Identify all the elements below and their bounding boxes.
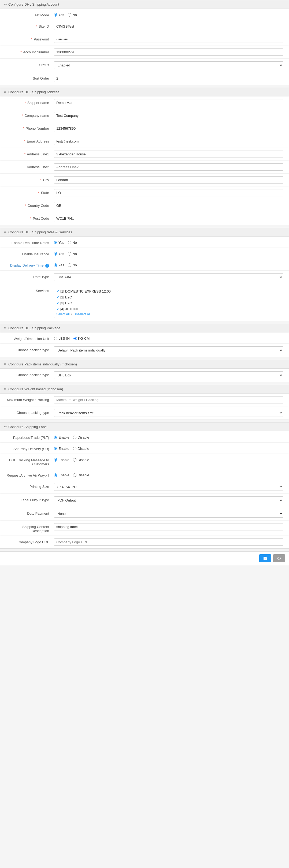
address-section-header: ✏ Configure DHL Shipping Address [0,88,289,96]
insurance-yes-option[interactable]: Yes [54,252,64,256]
plt-enable-option[interactable]: Enable [54,435,69,439]
rate-type-row: Rate Type List Rate Account Rate [0,271,289,284]
delivery-time-no-option[interactable]: No [68,263,77,267]
service-item-4[interactable]: ✓ [4] JETLINE [56,306,281,311]
unselect-all-link[interactable]: Unselect All [74,312,91,316]
sd-disable-option[interactable]: Disable [73,446,89,451]
shipper-name-label: * Shipper name [6,99,54,105]
test-mode-label: Test Mode [6,11,54,17]
shipping-content-input[interactable] [54,523,283,530]
services-divider: / [71,312,72,316]
realtime-no-radio[interactable] [68,241,71,244]
insurance-yes-radio[interactable] [54,252,57,255]
tracking-disable-radio[interactable] [73,458,77,462]
service-item-1[interactable]: ✓ [1] DOMESTIC EXPRESS 12:00 [56,288,281,294]
tracking-disable-option[interactable]: Disable [73,458,89,462]
shipping-content-label: Shipping Content Description [6,523,54,533]
test-mode-yes-radio[interactable] [54,13,57,17]
sort-order-input[interactable] [54,75,283,82]
rate-type-select[interactable]: List Rate Account Rate [54,273,283,281]
weight-lbs-radio[interactable] [54,337,57,340]
sd-enable-radio[interactable] [54,447,57,450]
tracking-row: DHL Tracking Message to Customers Enable… [0,454,289,469]
archive-disable-radio[interactable] [73,473,77,477]
plt-disable-radio[interactable] [73,436,77,439]
weight-based-packing-select[interactable]: Pack heavier items first Pack lighter it… [54,409,283,417]
output-type-select[interactable]: PDF Output EPL2 ZPL2 [54,496,283,504]
city-input[interactable] [54,176,283,184]
reset-button[interactable] [273,554,285,563]
country-input[interactable] [54,202,283,209]
edit-icon-address: ✏ [4,90,7,94]
insurance-no-option[interactable]: No [68,252,77,256]
company-logo-input[interactable] [54,538,283,546]
sd-radio-group: Enable Disable [54,445,89,451]
select-all-link[interactable]: Select All [56,312,69,316]
address2-label: Address Line2 [6,163,54,169]
weight-based-packing-label: Choose packing type [6,409,54,415]
address1-input[interactable] [54,151,283,158]
duty-payment-select[interactable]: None Sender Recipient [54,510,283,518]
weight-kg-option[interactable]: KG-CM [74,337,90,341]
phone-input[interactable] [54,125,283,132]
site-id-input[interactable] [54,23,283,30]
weight-lbs-option[interactable]: LBS-IN [54,337,70,341]
archive-enable-label: Enable [58,473,69,477]
sd-enable-label: Enable [58,446,69,451]
packing-type-row: Choose packing type Default: Pack items … [0,344,289,357]
company-name-label: * Company name [6,112,54,118]
test-mode-no-option[interactable]: No [68,13,77,17]
delivery-time-info-icon[interactable]: i [45,264,49,268]
realtime-yes-radio[interactable] [54,241,57,244]
delivery-time-label: Display Delivery Time i [6,262,54,268]
delivery-time-yes-radio[interactable] [54,264,57,267]
status-select[interactable]: Enabled Disabled [54,61,283,69]
package-section-title: Configure DHL Shipping Package [8,326,60,330]
account-number-input[interactable] [54,49,283,56]
pack-items-packing-select[interactable]: DHL Box Custom Box [54,371,283,379]
test-mode-no-radio[interactable] [68,13,71,17]
printing-size-row: Printing Size 8X4_A4_PDF 8X4_PDF Letter [0,480,289,494]
account-section: ✏ Configure DHL Shipping Account Test Mo… [0,0,289,85]
weight-kg-radio[interactable] [74,337,77,340]
password-input[interactable] [54,36,283,43]
test-mode-yes-option[interactable]: Yes [54,13,64,17]
archive-enable-option[interactable]: Enable [54,473,69,477]
max-weight-input[interactable] [54,396,283,403]
site-id-row: * Site ID [0,20,289,33]
plt-disable-option[interactable]: Disable [73,435,89,439]
address1-label: * Address Line1 [6,151,54,156]
plt-enable-radio[interactable] [54,436,57,439]
delivery-time-no-radio[interactable] [68,264,71,267]
address2-input[interactable] [54,163,283,170]
status-label: Status [6,61,54,67]
insurance-no-radio[interactable] [68,252,71,255]
insurance-radio-group: Yes No [54,250,77,256]
archive-enable-radio[interactable] [54,473,57,477]
packing-type-select[interactable]: Default: Pack items individually Pack in… [54,346,283,354]
realtime-no-option[interactable]: No [68,241,77,245]
duty-payment-row: Duty Payment None Sender Recipient [0,507,289,521]
plt-enable-label: Enable [58,435,69,439]
sd-enable-option[interactable]: Enable [54,446,69,451]
service-item-2[interactable]: ✓ [2] B2C [56,294,281,300]
services-list: ✓ [1] DOMESTIC EXPRESS 12:00 ✓ [2] B2C ✓… [54,287,283,311]
save-button[interactable] [259,554,271,563]
realtime-yes-option[interactable]: Yes [54,241,64,245]
service-item-3[interactable]: ✓ [3] B2C [56,300,281,306]
printing-size-select[interactable]: 8X4_A4_PDF 8X4_PDF Letter [54,483,283,491]
delivery-time-yes-option[interactable]: Yes [54,263,64,267]
edit-icon-pack-items: ✏ [4,362,7,366]
postcode-input[interactable] [54,215,283,222]
tracking-enable-option[interactable]: Enable [54,458,69,462]
email-input[interactable] [54,138,283,145]
archive-disable-option[interactable]: Disable [73,473,89,477]
city-row: * City [0,174,289,186]
edit-icon-weight-based: ✏ [4,387,7,391]
state-input[interactable] [54,189,283,196]
company-name-input[interactable] [54,112,283,119]
tracking-enable-radio[interactable] [54,458,57,462]
sd-disable-radio[interactable] [73,447,77,450]
edit-icon-rates: ✏ [4,230,7,234]
shipper-name-input[interactable] [54,99,283,106]
